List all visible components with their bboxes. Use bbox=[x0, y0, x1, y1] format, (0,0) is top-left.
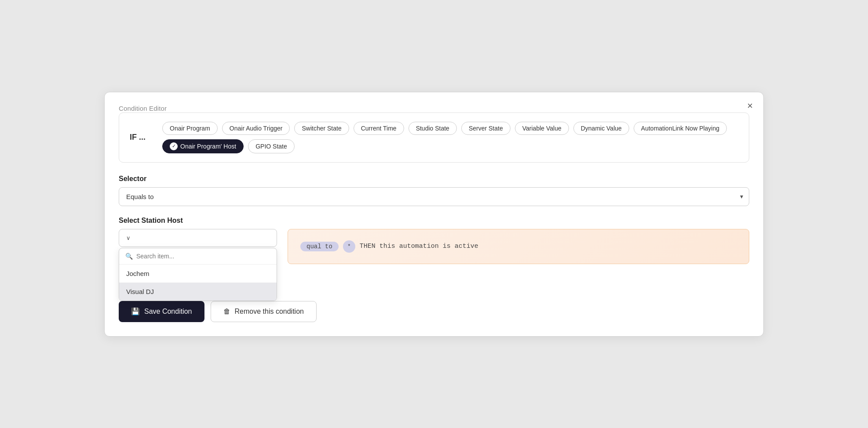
left-column: ∨ 🔍 JochemVisual DJ bbox=[119, 229, 277, 301]
trash-icon: 🗑 bbox=[223, 308, 230, 316]
preview-area: qual to * THEN this automation is active bbox=[288, 229, 749, 264]
station-host-label: Select Station Host bbox=[119, 217, 749, 225]
selector-select[interactable]: Equals toNot equals toContainsDoes not c… bbox=[119, 187, 749, 206]
equal-pill: qual to bbox=[300, 242, 339, 251]
dropdown-item[interactable]: Jochem bbox=[119, 265, 277, 283]
tag-onair-audio-trigger[interactable]: Onair Audio Trigger bbox=[222, 122, 290, 135]
tag-gpio-state[interactable]: GPIO State bbox=[248, 139, 295, 153]
tag-studio-state[interactable]: Studio State bbox=[408, 122, 457, 135]
close-button[interactable]: × bbox=[747, 101, 753, 111]
search-input[interactable] bbox=[136, 253, 270, 260]
tag-server-state[interactable]: Server State bbox=[461, 122, 511, 135]
dropdown-item[interactable]: Visual DJ bbox=[119, 283, 277, 301]
if-section: IF ... Onair ProgramOnair Audio TriggerS… bbox=[119, 112, 749, 163]
tag-label: Onair Program' Host bbox=[180, 143, 236, 150]
save-icon: 💾 bbox=[131, 307, 140, 316]
save-label: Save Condition bbox=[144, 308, 192, 316]
tag-onair-program[interactable]: Onair Program bbox=[162, 122, 218, 135]
search-row: 🔍 bbox=[119, 248, 277, 265]
tag-dynamic-value[interactable]: Dynamic Value bbox=[573, 122, 629, 135]
selector-wrapper: Equals toNot equals toContainsDoes not c… bbox=[119, 187, 749, 206]
tag-automationlink-now-playing[interactable]: AutomationLink Now Playing bbox=[634, 122, 727, 135]
tag-variable-value[interactable]: Variable Value bbox=[515, 122, 569, 135]
save-condition-button[interactable]: 💾 Save Condition bbox=[119, 301, 204, 322]
actions-row: 💾 Save Condition 🗑 Remove this condition bbox=[119, 301, 749, 322]
remove-condition-button[interactable]: 🗑 Remove this condition bbox=[211, 301, 317, 322]
right-column: qual to * THEN this automation is active bbox=[288, 229, 749, 275]
tags-area: Onair ProgramOnair Audio TriggerSwitcher… bbox=[162, 122, 738, 153]
remove-label: Remove this condition bbox=[235, 308, 304, 316]
dialog-title: Condition Editor bbox=[119, 105, 167, 112]
if-label: IF ... bbox=[130, 133, 154, 142]
condition-editor-dialog: Condition Editor × IF ... Onair ProgramO… bbox=[104, 92, 764, 337]
chevron-icon: ∨ bbox=[126, 235, 131, 241]
tag-current-time[interactable]: Current Time bbox=[354, 122, 404, 135]
preview-text: qual to * THEN this automation is active bbox=[300, 240, 478, 253]
selector-label: Selector bbox=[119, 175, 749, 183]
star-pill: * bbox=[343, 240, 355, 253]
tag-switcher-state[interactable]: Switcher State bbox=[294, 122, 349, 135]
layout-split: ∨ 🔍 JochemVisual DJ qual to * THEN this … bbox=[119, 229, 749, 301]
dropdown-list: 🔍 JochemVisual DJ bbox=[119, 248, 277, 301]
checkmark-icon: ✓ bbox=[170, 142, 178, 150]
tag-onair-program-host[interactable]: ✓Onair Program' Host bbox=[162, 139, 244, 153]
preview-suffix: THEN this automation is active bbox=[360, 243, 478, 250]
search-icon: 🔍 bbox=[125, 253, 133, 260]
station-host-dropdown[interactable]: ∨ bbox=[119, 229, 277, 247]
